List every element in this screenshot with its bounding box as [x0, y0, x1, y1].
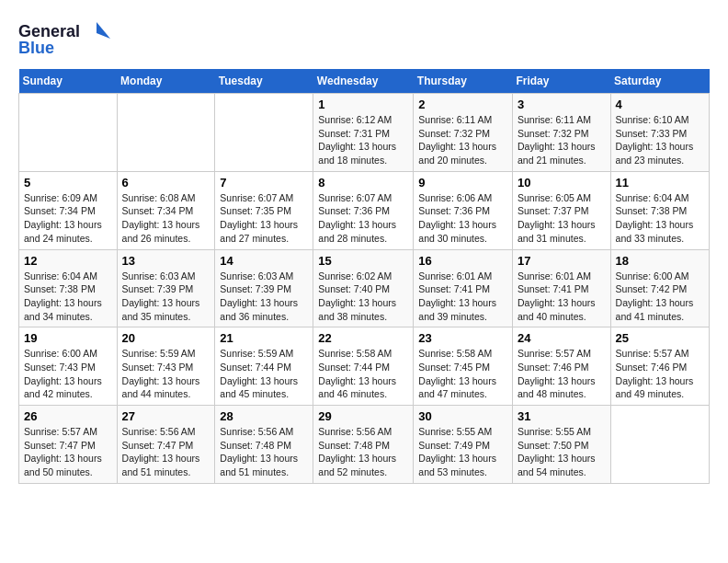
- cell-info: Sunrise: 6:00 AMSunset: 7:42 PMDaylight:…: [616, 270, 694, 322]
- day-number: 18: [616, 254, 704, 268]
- cell-info: Sunrise: 5:59 AMSunset: 7:44 PMDaylight:…: [220, 348, 298, 399]
- cell-info: Sunrise: 5:57 AMSunset: 7:46 PMDaylight:…: [616, 348, 694, 399]
- week-row-2: 5 Sunrise: 6:09 AMSunset: 7:34 PMDayligh…: [19, 171, 710, 249]
- day-number: 13: [122, 254, 210, 268]
- day-number: 31: [518, 409, 606, 423]
- cell-info: Sunrise: 5:57 AMSunset: 7:47 PMDaylight:…: [24, 426, 102, 477]
- calendar-cell: 30 Sunrise: 5:55 AMSunset: 7:49 PMDaylig…: [414, 406, 513, 484]
- calendar-cell: 16 Sunrise: 6:01 AMSunset: 7:41 PMDaylig…: [414, 249, 513, 327]
- day-number: 10: [518, 176, 606, 190]
- cell-info: Sunrise: 6:06 AMSunset: 7:36 PMDaylight:…: [418, 192, 496, 244]
- header-friday: Friday: [512, 69, 610, 94]
- day-number: 29: [318, 409, 408, 423]
- week-row-4: 19 Sunrise: 6:00 AMSunset: 7:43 PMDaylig…: [19, 327, 710, 406]
- logo: General Blue: [18, 18, 119, 60]
- calendar-cell: 7 Sunrise: 6:07 AMSunset: 7:35 PMDayligh…: [215, 171, 313, 249]
- calendar-cell: 14 Sunrise: 6:03 AMSunset: 7:39 PMDaylig…: [215, 249, 313, 327]
- cell-info: Sunrise: 5:55 AMSunset: 7:50 PMDaylight:…: [518, 426, 596, 477]
- header-sunday: Sunday: [19, 69, 118, 94]
- day-number: 28: [220, 409, 308, 423]
- day-number: 6: [122, 176, 210, 190]
- calendar-cell: 28 Sunrise: 5:56 AMSunset: 7:48 PMDaylig…: [215, 406, 313, 484]
- calendar-cell: 17 Sunrise: 6:01 AMSunset: 7:41 PMDaylig…: [512, 249, 610, 327]
- calendar-cell: [610, 406, 709, 484]
- day-number: 12: [24, 254, 112, 268]
- logo: General Blue: [18, 18, 119, 60]
- logo-svg: General Blue: [18, 18, 119, 60]
- day-number: 14: [220, 254, 308, 268]
- calendar-cell: 1 Sunrise: 6:12 AMSunset: 7:31 PMDayligh…: [313, 94, 414, 172]
- calendar-cell: 6 Sunrise: 6:08 AMSunset: 7:34 PMDayligh…: [117, 171, 215, 249]
- week-row-5: 26 Sunrise: 5:57 AMSunset: 7:47 PMDaylig…: [19, 406, 710, 484]
- day-number: 4: [616, 98, 704, 111]
- day-number: 23: [418, 331, 507, 345]
- calendar-cell: 24 Sunrise: 5:57 AMSunset: 7:46 PMDaylig…: [512, 327, 610, 406]
- cell-info: Sunrise: 6:11 AMSunset: 7:32 PMDaylight:…: [418, 114, 496, 166]
- svg-marker-2: [97, 22, 110, 39]
- day-number: 20: [122, 331, 210, 345]
- cell-info: Sunrise: 6:11 AMSunset: 7:32 PMDaylight:…: [518, 114, 596, 166]
- day-number: 22: [318, 331, 408, 345]
- day-number: 26: [24, 409, 112, 423]
- calendar-cell: 21 Sunrise: 5:59 AMSunset: 7:44 PMDaylig…: [215, 327, 313, 406]
- calendar-cell: 10 Sunrise: 6:05 AMSunset: 7:37 PMDaylig…: [512, 171, 610, 249]
- cell-info: Sunrise: 6:12 AMSunset: 7:31 PMDaylight:…: [318, 114, 396, 166]
- cell-info: Sunrise: 5:55 AMSunset: 7:49 PMDaylight:…: [418, 426, 496, 477]
- calendar-cell: [215, 94, 313, 172]
- cell-info: Sunrise: 6:01 AMSunset: 7:41 PMDaylight:…: [518, 270, 596, 322]
- cell-info: Sunrise: 6:03 AMSunset: 7:39 PMDaylight:…: [122, 270, 200, 322]
- day-number: 19: [24, 331, 112, 345]
- cell-info: Sunrise: 5:58 AMSunset: 7:45 PMDaylight:…: [418, 348, 496, 399]
- cell-info: Sunrise: 5:59 AMSunset: 7:43 PMDaylight:…: [122, 348, 200, 399]
- calendar-cell: 26 Sunrise: 5:57 AMSunset: 7:47 PMDaylig…: [19, 406, 118, 484]
- calendar-cell: 15 Sunrise: 6:02 AMSunset: 7:40 PMDaylig…: [313, 249, 414, 327]
- svg-text:General: General: [18, 22, 80, 40]
- calendar-table: SundayMondayTuesdayWednesdayThursdayFrid…: [18, 69, 710, 484]
- cell-info: Sunrise: 6:00 AMSunset: 7:43 PMDaylight:…: [24, 348, 102, 399]
- cell-info: Sunrise: 5:56 AMSunset: 7:48 PMDaylight:…: [220, 426, 298, 477]
- day-number: 11: [616, 176, 704, 190]
- day-number: 7: [220, 176, 308, 190]
- calendar-cell: 25 Sunrise: 5:57 AMSunset: 7:46 PMDaylig…: [610, 327, 709, 406]
- day-number: 5: [24, 176, 112, 190]
- svg-text:Blue: Blue: [18, 39, 54, 57]
- day-number: 1: [318, 98, 408, 111]
- calendar-header-row: SundayMondayTuesdayWednesdayThursdayFrid…: [19, 69, 710, 94]
- day-number: 17: [518, 254, 606, 268]
- day-number: 24: [518, 331, 606, 345]
- calendar-cell: 27 Sunrise: 5:56 AMSunset: 7:47 PMDaylig…: [117, 406, 215, 484]
- week-row-1: 1 Sunrise: 6:12 AMSunset: 7:31 PMDayligh…: [19, 94, 710, 172]
- calendar-cell: 11 Sunrise: 6:04 AMSunset: 7:38 PMDaylig…: [610, 171, 709, 249]
- page-header: General Blue: [18, 18, 710, 60]
- day-number: 16: [418, 254, 507, 268]
- calendar-cell: 9 Sunrise: 6:06 AMSunset: 7:36 PMDayligh…: [414, 171, 513, 249]
- calendar-cell: [19, 94, 118, 172]
- cell-info: Sunrise: 5:56 AMSunset: 7:47 PMDaylight:…: [122, 426, 200, 477]
- cell-info: Sunrise: 6:07 AMSunset: 7:36 PMDaylight:…: [318, 192, 396, 244]
- calendar-cell: [117, 94, 215, 172]
- calendar-cell: 4 Sunrise: 6:10 AMSunset: 7:33 PMDayligh…: [610, 94, 709, 172]
- cell-info: Sunrise: 6:04 AMSunset: 7:38 PMDaylight:…: [24, 270, 102, 322]
- cell-info: Sunrise: 6:02 AMSunset: 7:40 PMDaylight:…: [318, 270, 396, 322]
- calendar-cell: 3 Sunrise: 6:11 AMSunset: 7:32 PMDayligh…: [512, 94, 610, 172]
- header-tuesday: Tuesday: [215, 69, 313, 94]
- cell-info: Sunrise: 5:57 AMSunset: 7:46 PMDaylight:…: [518, 348, 596, 399]
- day-number: 25: [616, 331, 704, 345]
- cell-info: Sunrise: 6:08 AMSunset: 7:34 PMDaylight:…: [122, 192, 200, 244]
- calendar-cell: 29 Sunrise: 5:56 AMSunset: 7:48 PMDaylig…: [313, 406, 414, 484]
- calendar-cell: 19 Sunrise: 6:00 AMSunset: 7:43 PMDaylig…: [19, 327, 118, 406]
- cell-info: Sunrise: 6:10 AMSunset: 7:33 PMDaylight:…: [616, 114, 694, 166]
- week-row-3: 12 Sunrise: 6:04 AMSunset: 7:38 PMDaylig…: [19, 249, 710, 327]
- day-number: 9: [418, 176, 507, 190]
- calendar-cell: 13 Sunrise: 6:03 AMSunset: 7:39 PMDaylig…: [117, 249, 215, 327]
- day-number: 30: [418, 409, 507, 423]
- calendar-cell: 12 Sunrise: 6:04 AMSunset: 7:38 PMDaylig…: [19, 249, 118, 327]
- calendar-cell: 5 Sunrise: 6:09 AMSunset: 7:34 PMDayligh…: [19, 171, 118, 249]
- calendar-cell: 20 Sunrise: 5:59 AMSunset: 7:43 PMDaylig…: [117, 327, 215, 406]
- header-wednesday: Wednesday: [313, 69, 414, 94]
- cell-info: Sunrise: 6:04 AMSunset: 7:38 PMDaylight:…: [616, 192, 694, 244]
- calendar-cell: 2 Sunrise: 6:11 AMSunset: 7:32 PMDayligh…: [414, 94, 513, 172]
- calendar-cell: 18 Sunrise: 6:00 AMSunset: 7:42 PMDaylig…: [610, 249, 709, 327]
- cell-info: Sunrise: 6:09 AMSunset: 7:34 PMDaylight:…: [24, 192, 102, 244]
- day-number: 27: [122, 409, 210, 423]
